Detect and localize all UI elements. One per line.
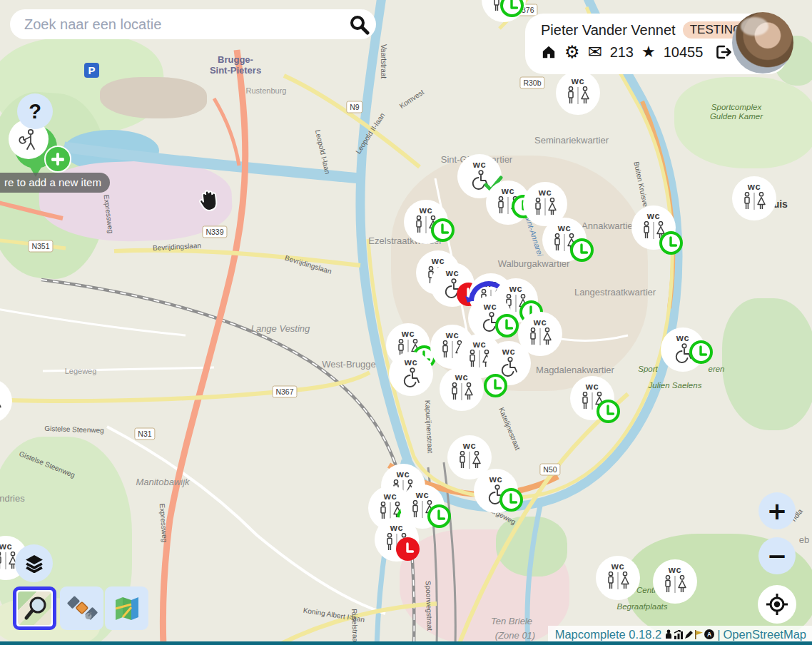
- svg-text:A: A: [707, 631, 711, 638]
- search-input[interactable]: [10, 16, 342, 33]
- zoom-in-button[interactable]: +: [758, 492, 796, 529]
- avatar[interactable]: [732, 12, 793, 73]
- marker-wc-label: wc: [534, 318, 547, 327]
- pencil-icon: [684, 630, 694, 639]
- changesets-count: 10455: [664, 44, 704, 61]
- bottom-edge-strip: [0, 641, 812, 645]
- marker-wc-label: wc: [446, 268, 459, 278]
- male-female-icon: [661, 575, 689, 594]
- marker-wc-label: wc: [489, 474, 502, 484]
- search-button[interactable]: [342, 9, 376, 39]
- crosshair-icon: [766, 593, 788, 616]
- settings-gear-icon[interactable]: ⚙: [564, 44, 580, 61]
- marker-wc-label: wc: [416, 490, 429, 499]
- plus-icon: +: [767, 499, 788, 523]
- male-female-icon: [564, 86, 592, 105]
- opening-hours-indicator-green: [659, 231, 683, 255]
- mapcomplete-version-link[interactable]: Mapcomplete 0.18.2: [555, 628, 662, 641]
- marker-wc-label: wc: [455, 372, 468, 382]
- marker-wc-label: wc: [405, 357, 417, 367]
- marker-wc-label: wc: [463, 441, 476, 450]
- person-icon: [664, 629, 673, 639]
- opening-hours-indicator-red: [396, 537, 420, 561]
- add-item-plus-button[interactable]: [44, 146, 71, 173]
- marker-wc-label: wc: [402, 329, 415, 338]
- road-ref-badge: N367: [272, 386, 297, 398]
- background-osm-button[interactable]: [13, 586, 56, 630]
- zoom-out-button[interactable]: −: [758, 537, 796, 574]
- opening-hours-indicator-green: [495, 314, 519, 337]
- marker-wc-label: wc: [473, 160, 486, 169]
- mapcomplete-app: Brugge- Sint-PietersRustenburgSint-Gilli…: [0, 0, 812, 645]
- toilet-marker-malefemale[interactable]: wc: [596, 556, 640, 600]
- male-female-icon: [456, 451, 483, 469]
- opening-hours-indicator-green: [500, 0, 524, 17]
- marker-wc-label: wc: [676, 333, 689, 342]
- opening-hours-indicator-green: [597, 400, 620, 423]
- messages-count: 213: [610, 44, 634, 61]
- marker-wc-label: wc: [384, 492, 397, 501]
- opening-hours-indicator-green: [427, 504, 451, 528]
- search-icon: [348, 14, 370, 35]
- marker-wc-label: wc: [558, 223, 571, 233]
- attribution-separator: |: [717, 628, 720, 641]
- toilet-marker-malefemale[interactable]: wc: [556, 71, 600, 115]
- opening-hours-indicator-green: [484, 374, 507, 397]
- hand-cursor-icon: [196, 186, 224, 218]
- circle-a-icon: A: [704, 629, 714, 639]
- wheelchair-icon: [400, 367, 422, 389]
- openstreetmap-link[interactable]: OpenStreetMap: [724, 628, 806, 641]
- add-item-tooltip: re to add a new item: [0, 173, 110, 193]
- minus-icon: −: [767, 544, 788, 568]
- user-name[interactable]: Pieter Vander Vennet: [541, 22, 676, 39]
- marker-wc-label: wc: [473, 340, 486, 349]
- messages-envelope-icon[interactable]: ✉: [588, 44, 602, 61]
- toilet-marker-malefemale[interactable]: wc: [653, 559, 697, 604]
- background-satellite-button[interactable]: [60, 586, 103, 630]
- marker-wc-label: wc: [484, 302, 497, 311]
- opening-hours-indicator-green: [570, 238, 594, 262]
- male-female-icon: [741, 192, 768, 210]
- marker-wc-label: wc: [572, 76, 584, 86]
- road-ref-badge: N339: [202, 226, 227, 238]
- parking-icon: P: [84, 63, 99, 78]
- male-female-icon: [448, 382, 475, 401]
- male-female-icon: [532, 198, 559, 216]
- logout-icon[interactable]: [715, 44, 732, 60]
- male-female-icon: [527, 327, 554, 346]
- marker-wc-label: wc: [611, 562, 624, 571]
- marker-wc-label: wc: [0, 542, 12, 551]
- marker-wc-label: wc: [669, 565, 681, 574]
- marker-wc-label: wc: [748, 182, 761, 191]
- opening-hours-indicator-green: [499, 488, 523, 512]
- road-ref-badge: N31: [134, 428, 155, 440]
- toilet-marker-malefemale[interactable]: wc: [732, 176, 776, 220]
- star-icon[interactable]: ★: [641, 44, 656, 60]
- layers-icon: [25, 554, 44, 573]
- marker-wc-label: wc: [586, 382, 599, 391]
- search-bar: [10, 9, 376, 39]
- road-ref-badge: N9: [346, 101, 362, 113]
- tools-icon: [16, 127, 41, 151]
- home-icon[interactable]: [541, 45, 557, 59]
- toilet-marker-malefemale[interactable]: wc: [440, 367, 484, 411]
- map-canvas[interactable]: Brugge- Sint-PietersRustenburgSint-Gilli…: [0, 0, 812, 645]
- help-button[interactable]: ?: [17, 93, 53, 129]
- world-map-icon: [113, 594, 141, 623]
- road-ref-badge: N351: [28, 240, 53, 253]
- marker-wc-label: wc: [390, 523, 403, 532]
- marker-wc-label: wc: [509, 284, 522, 293]
- marker-wc-label: wc: [539, 188, 552, 197]
- road-ref-badge: N50: [539, 464, 560, 476]
- magnifier-icon: [24, 596, 48, 621]
- marker-wc-label: wc: [446, 330, 459, 340]
- male-female-icon: [0, 395, 4, 413]
- geolocate-button[interactable]: [758, 585, 796, 624]
- male-female-icon: [604, 572, 631, 590]
- layers-button[interactable]: [15, 544, 53, 582]
- attribution-bar: Mapcomplete 0.18.2 A | OpenStreetMap: [548, 626, 812, 643]
- satellite-icon: [64, 590, 100, 626]
- toilet-marker-wheelchair[interactable]: wc: [389, 352, 433, 396]
- osm-map-thumbnail: [18, 591, 51, 625]
- background-map-button[interactable]: [105, 586, 148, 630]
